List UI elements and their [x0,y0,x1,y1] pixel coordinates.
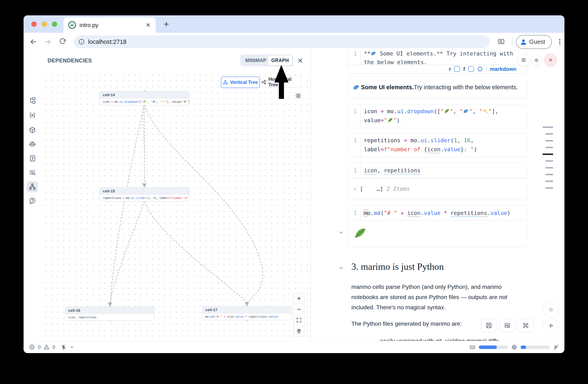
forward-icon[interactable] [44,38,52,46]
sidebar-item-dependency-graph[interactable] [27,181,38,192]
browser-tab-strip: m intro.py [23,15,565,33]
address-bar[interactable]: localhost:2718 [74,35,490,48]
minimap-line[interactable] [546,160,553,162]
window-zoom-button[interactable] [52,21,57,27]
layout-icon [504,322,511,329]
tab-close-icon[interactable] [145,21,152,28]
sidebar-item-help[interactable] [27,195,38,206]
graph-node-cell-14[interactable]: cell-14 icon = mo.ui.dropdown(["", "", "… [100,91,189,105]
warnings-icon[interactable] [43,344,50,350]
ram-icon [469,344,476,350]
window-close-button[interactable] [31,21,37,27]
line-number: 1 [347,166,357,175]
cell-output-collapsed[interactable]: › [ …] 2 Items [353,184,410,193]
chevron-down-icon[interactable] [338,230,344,236]
paragraph-line: notebooks are stored as pure Python file… [351,292,507,302]
browser-tab[interactable]: m intro.py [63,18,156,33]
graph-node-cell-17[interactable]: cell-17 mo.md("# " + icon.value * repeti… [202,306,292,320]
fit-view-button[interactable] [294,315,304,326]
sidebar-item-variables[interactable] [27,110,38,121]
footer-separator [486,66,487,72]
stop-button[interactable] [543,302,559,317]
vertical-tree-icon [223,80,228,85]
sidebar-item-logs-search[interactable] [27,167,38,178]
save-button[interactable] [481,319,497,332]
dependency-graph-canvas[interactable]: cell-14 icon = mo.ui.dropdown(["", "", "… [41,70,311,341]
node-code: icon = mo.ui.dropdown(["", "", ""], valu… [100,98,189,105]
run-button[interactable] [543,318,559,333]
sidebar-item-ai-chat[interactable] [27,139,38,150]
graph-settings-icon[interactable] [294,92,302,99]
tab-minimap[interactable]: MINIMAP [240,58,271,63]
sidebar-item-file-explorer[interactable] [27,95,38,106]
cell-code-tuple[interactable]: 1 icon, repetitions › [ …] 2 Items [347,163,528,200]
panel-title: DEPENDENCIES [47,51,92,70]
minimap-line[interactable] [546,133,553,135]
tab-search-icon[interactable] [497,38,505,46]
minimap-line[interactable] [546,181,553,182]
graph-node-cell-16[interactable]: cell-16 icon, repetitions [65,307,155,321]
panel-close-icon[interactable] [297,57,304,64]
zoom-in-button[interactable] [294,293,304,304]
minimap-line[interactable] [546,167,553,169]
graph-node-cell-15[interactable]: cell-15 repetitions = mo.ui.slider(1, 16… [100,188,189,201]
shortcuts-button[interactable] [518,319,533,332]
code-line: icon, repetitions [364,166,420,175]
cell-code-momd[interactable]: 1 mo.md("# " + icon.value * repetitions.… [347,206,528,247]
sidebar-item-packages[interactable] [27,124,38,135]
cell-footer: r f markdown [347,65,528,73]
notebook-settings-button[interactable] [531,55,542,65]
site-info-icon[interactable] [78,38,85,45]
tab-graph[interactable]: GRAPH [268,56,292,65]
autorun-disabled-icon[interactable] [61,344,67,350]
minimap-line[interactable] [546,147,553,148]
leaf-output [353,224,367,244]
close-icon [547,57,554,64]
shutdown-button[interactable] [544,54,557,66]
browser-menu-icon[interactable] [556,38,564,46]
horizontal-tree-icon [261,79,266,85]
minimap-line[interactable] [546,140,553,141]
minimap-line[interactable] [543,127,553,128]
minimap-line[interactable] [546,187,553,189]
cell-code-slider[interactable]: 1 repetitions = mo.ui.slider(1, 16, labe… [347,134,528,157]
cell-language-badge[interactable]: markdown [490,66,517,72]
cell-info-icon[interactable] [477,66,483,72]
window-minimize-button[interactable] [42,21,47,27]
minimap-line[interactable] [543,154,553,155]
zoom-out-button[interactable] [294,304,304,315]
format-toggle[interactable] [468,66,474,72]
errors-icon[interactable] [29,344,35,350]
cell-menu-button[interactable] [518,54,530,66]
new-tab-button[interactable] [163,20,170,28]
sidebar-item-snippets[interactable] [27,153,38,164]
chevron-down-icon[interactable] [338,265,344,271]
leaf-emoji [143,99,146,102]
paragraph-line-cut: easily versioned with git, yielding mini… [380,336,499,341]
gear-icon [533,57,539,63]
cell-code-dropdown[interactable]: 1 icon = mo.ui.dropdown(["", "", ""], va… [347,104,528,128]
back-icon[interactable] [29,38,37,46]
profile-button[interactable]: Guest [516,35,552,49]
browser-window: m intro.py localhost:2718 [23,15,565,353]
cpu-usage-gauge [521,346,550,349]
chevron-down-icon[interactable] [70,345,74,349]
layout-button[interactable] [500,319,515,332]
minimap-line[interactable] [546,174,553,175]
paragraph-line: included. There's no magical syntax. [351,302,446,312]
ai-sparkle-icon[interactable] [553,344,559,350]
locate-button[interactable] [294,326,304,336]
profile-label: Guest [529,35,545,48]
reload-icon[interactable] [59,38,67,46]
cell-markdown-editor[interactable]: 1 ** Some UI elements.** Try interacting… [347,51,528,74]
line-number: 1 [347,136,357,145]
leaf-emoji [387,117,393,123]
vertical-tree-button[interactable]: Vertical Tree [221,77,260,88]
menu-icon [520,57,527,64]
command-icon [522,322,529,329]
run-toggle[interactable] [454,66,460,72]
leaf-emoji [444,108,450,114]
tab-title: intro.py [80,18,98,33]
code-line: ** Some UI elements.** Try interacting w… [364,51,513,58]
paragraph-line: marimo cells parse Python (and only Pyth… [351,282,502,292]
